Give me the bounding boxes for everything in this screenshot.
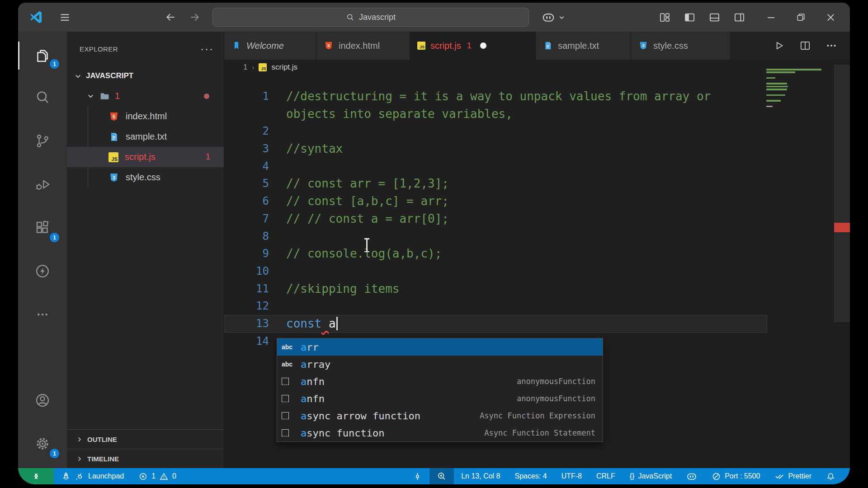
zoom-item[interactable] bbox=[429, 468, 454, 484]
tab-index-html[interactable]: index.html bbox=[316, 32, 410, 60]
breadcrumb-file[interactable]: script.js bbox=[271, 63, 297, 72]
code-text: //destructuring = it is a way to unpack … bbox=[286, 88, 711, 105]
customize-layout-icon[interactable] bbox=[659, 11, 671, 23]
tab-script-js[interactable]: JS script.js 1 bbox=[410, 32, 536, 60]
tab-label: Welcome bbox=[246, 41, 284, 51]
activity-extensions[interactable]: 1 bbox=[18, 206, 67, 249]
activity-account[interactable] bbox=[18, 379, 67, 422]
folder-modified-dot bbox=[204, 94, 209, 99]
history-nav bbox=[165, 11, 201, 23]
copilot-icon bbox=[542, 10, 555, 24]
minimap[interactable] bbox=[766, 69, 830, 108]
file-tree: JAVASCRIPT 1 index.html bbox=[67, 66, 224, 188]
launchpad-item[interactable]: Launchpad bbox=[54, 468, 131, 484]
language-mode-item[interactable]: {} JavaScript bbox=[623, 468, 679, 484]
eol-item[interactable]: CRLF bbox=[589, 468, 623, 484]
text-file-icon bbox=[108, 131, 119, 142]
code-text: // console.log(a,b,c); bbox=[286, 245, 442, 263]
menu-icon[interactable] bbox=[59, 11, 71, 23]
suggest-item-async-function[interactable]: async function Async Function Statement bbox=[277, 424, 603, 441]
activity-source-control[interactable] bbox=[18, 119, 67, 163]
activity-run-debug[interactable] bbox=[18, 163, 67, 206]
timeline-section[interactable]: TIMELINE bbox=[67, 449, 224, 468]
search-text: Javascript bbox=[359, 13, 396, 22]
tab-style-css[interactable]: style.css bbox=[631, 32, 731, 60]
copilot-status-item[interactable] bbox=[679, 468, 704, 484]
account-icon bbox=[34, 392, 51, 408]
notifications-item[interactable] bbox=[819, 468, 843, 484]
line-number: 6 bbox=[224, 192, 286, 210]
ellipsis-icon bbox=[36, 308, 49, 321]
command-center-search[interactable]: Javascript bbox=[212, 8, 529, 27]
file-row-style-css[interactable]: style.css bbox=[67, 167, 224, 188]
tab-sample-txt[interactable]: sample.txt bbox=[536, 32, 631, 60]
line-number: 2 bbox=[224, 122, 286, 140]
run-button[interactable] bbox=[773, 40, 785, 52]
tab-error-count: 1 bbox=[467, 41, 472, 51]
suggest-detail: Async Function Expression bbox=[480, 411, 595, 420]
activity-search[interactable] bbox=[18, 76, 67, 119]
toggle-sidebar-icon[interactable] bbox=[684, 11, 696, 23]
copilot-menu[interactable] bbox=[542, 10, 565, 24]
code-line: 3//syntax bbox=[224, 140, 850, 158]
line-number: 4 bbox=[224, 158, 286, 175]
minimize-button[interactable] bbox=[765, 12, 777, 23]
cursor-position-item[interactable]: Ln 13, Col 8 bbox=[454, 468, 507, 484]
split-editor-button[interactable] bbox=[799, 40, 811, 52]
line-number: 12 bbox=[224, 297, 286, 315]
activity-explorer[interactable]: 1 bbox=[18, 35, 67, 76]
activity-more[interactable] bbox=[18, 293, 67, 336]
timeline-label: TIMELINE bbox=[87, 455, 119, 463]
live-server-port-item[interactable]: Port : 5500 bbox=[704, 468, 767, 484]
suggest-item-anfn-2[interactable]: anfn anonymousFunction bbox=[277, 390, 603, 407]
suggest-item-anfn-1[interactable]: anfn anonymousFunction bbox=[277, 373, 603, 390]
toggle-secondary-sidebar-icon[interactable] bbox=[733, 11, 745, 23]
code-line-current: 13const a bbox=[224, 315, 767, 333]
problems-item[interactable]: 1 0 bbox=[131, 468, 184, 484]
suggest-item-async-arrow[interactable]: async arrow function Async Function Expr… bbox=[277, 407, 603, 424]
code-line-wrap: objects into separate variables, bbox=[224, 105, 850, 123]
screencast-item[interactable] bbox=[406, 468, 429, 484]
toggle-panel-icon[interactable] bbox=[708, 11, 721, 23]
suggest-item-array[interactable]: abc array bbox=[277, 356, 603, 373]
folder-icon bbox=[99, 90, 110, 102]
port-label: Port : 5500 bbox=[725, 472, 760, 480]
modified-dot-icon[interactable] bbox=[480, 42, 486, 49]
suggest-item-arr[interactable]: abc arr bbox=[277, 338, 603, 356]
error-icon bbox=[138, 472, 148, 481]
breadcrumb-separator: › bbox=[252, 63, 254, 71]
folder-row[interactable]: 1 bbox=[67, 86, 224, 106]
file-row-sample-txt[interactable]: sample.txt bbox=[67, 127, 224, 147]
line-number: 13 bbox=[224, 315, 286, 333]
file-row-index-html[interactable]: index.html bbox=[67, 106, 224, 127]
indentation-item[interactable]: Spaces: 4 bbox=[507, 468, 554, 484]
back-arrow-icon[interactable] bbox=[165, 11, 176, 23]
code-text: //skipping items bbox=[286, 280, 399, 298]
encoding-item[interactable]: UTF-8 bbox=[554, 468, 589, 484]
abc-icon: abc bbox=[282, 343, 301, 351]
braces-icon: {} bbox=[630, 472, 635, 480]
activity-lightning[interactable] bbox=[18, 249, 67, 293]
more-actions-button[interactable] bbox=[826, 40, 837, 52]
explorer-more-icon[interactable]: ··· bbox=[200, 42, 214, 55]
activity-settings[interactable]: 1 bbox=[18, 422, 67, 465]
zoom-in-icon bbox=[437, 471, 447, 481]
warning-icon bbox=[159, 472, 169, 481]
forward-arrow-icon[interactable] bbox=[189, 11, 201, 23]
workspace-row[interactable]: JAVASCRIPT bbox=[67, 66, 224, 86]
vertical-scrollbar[interactable] bbox=[834, 65, 850, 322]
workspace-name: JAVASCRIPT bbox=[86, 71, 133, 80]
remote-indicator[interactable] bbox=[18, 468, 54, 484]
file-row-script-js[interactable]: JS script.js 1 bbox=[67, 147, 224, 167]
close-button[interactable] bbox=[825, 12, 836, 23]
line-number: 9 bbox=[224, 245, 286, 263]
tab-welcome[interactable]: Welcome bbox=[224, 32, 316, 60]
outline-section[interactable]: OUTLINE bbox=[67, 429, 224, 449]
code-line: 11//skipping items bbox=[224, 280, 850, 298]
status-bar: Launchpad 1 0 Ln 13, Col 8 Spaces bbox=[18, 468, 850, 484]
prettier-item[interactable]: Prettier bbox=[767, 468, 819, 484]
file-error-count: 1 bbox=[206, 152, 210, 162]
restore-button[interactable] bbox=[796, 12, 806, 23]
debug-icon bbox=[34, 176, 51, 192]
breadcrumb-folder[interactable]: 1 bbox=[243, 63, 247, 72]
